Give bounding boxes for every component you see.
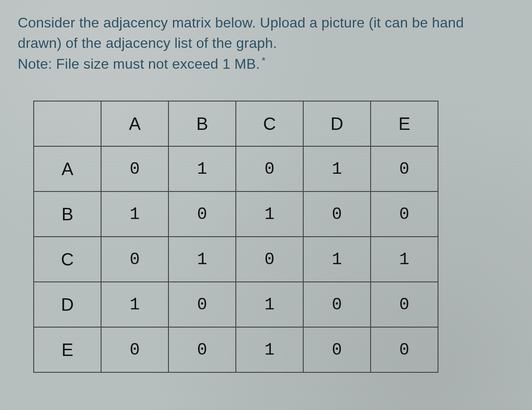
col-header: B [168, 101, 236, 146]
matrix-cell: 1 [168, 237, 236, 282]
question-line-2: drawn) of the adjacency list of the grap… [18, 35, 277, 51]
question-line-3: Note: File size must not exceed 1 MB. [18, 56, 260, 72]
matrix-cell: 0 [303, 191, 371, 237]
matrix-cell: 0 [168, 282, 236, 327]
matrix-cell: 0 [371, 191, 438, 237]
col-header: A [101, 101, 168, 146]
matrix-cell: 1 [236, 282, 303, 327]
matrix-cell: 1 [303, 146, 371, 191]
matrix-cell: 0 [101, 146, 168, 191]
matrix-cell: 0 [168, 327, 236, 372]
matrix-cell: 1 [303, 237, 371, 282]
col-header: C [236, 101, 303, 146]
matrix-cell: 0 [168, 191, 236, 237]
col-header: D [303, 101, 371, 146]
matrix-cell: 0 [236, 146, 303, 191]
row-header: A [34, 146, 101, 191]
question-container: Consider the adjacency matrix below. Upl… [0, 0, 532, 390]
row-header: C [34, 237, 101, 282]
col-header: E [371, 101, 438, 146]
matrix-cell: 1 [101, 282, 168, 327]
row-header: D [34, 282, 101, 327]
matrix-cell: 0 [101, 237, 168, 282]
corner-cell [34, 101, 101, 146]
table-row: B 1 0 1 0 0 [34, 191, 438, 237]
matrix-cell: 0 [371, 282, 438, 327]
table-row: D 1 0 1 0 0 [34, 282, 438, 327]
matrix-cell: 0 [371, 146, 438, 191]
adjacency-matrix-table: A B C D E A 0 1 0 1 0 B 1 0 1 0 0 C 0 1 … [33, 101, 438, 373]
row-header: B [34, 191, 101, 237]
table-header-row: A B C D E [34, 101, 438, 146]
required-asterisk-icon: * [262, 55, 266, 66]
table-row: E 0 0 1 0 0 [34, 327, 438, 372]
question-line-1: Consider the adjacency matrix below. Upl… [18, 15, 464, 31]
matrix-cell: 0 [303, 327, 371, 372]
matrix-cell: 0 [236, 237, 303, 282]
matrix-cell: 1 [371, 237, 438, 282]
row-header: E [34, 327, 101, 372]
table-row: A 0 1 0 1 0 [34, 146, 438, 191]
matrix-cell: 1 [101, 191, 168, 237]
matrix-cell: 0 [303, 282, 371, 327]
table-row: C 0 1 0 1 1 [34, 237, 438, 282]
matrix-cell: 0 [371, 327, 438, 372]
matrix-cell: 1 [236, 327, 303, 372]
matrix-cell: 1 [168, 146, 236, 191]
question-text: Consider the adjacency matrix below. Upl… [18, 12, 514, 74]
matrix-cell: 1 [236, 191, 303, 237]
matrix-cell: 0 [101, 327, 168, 372]
